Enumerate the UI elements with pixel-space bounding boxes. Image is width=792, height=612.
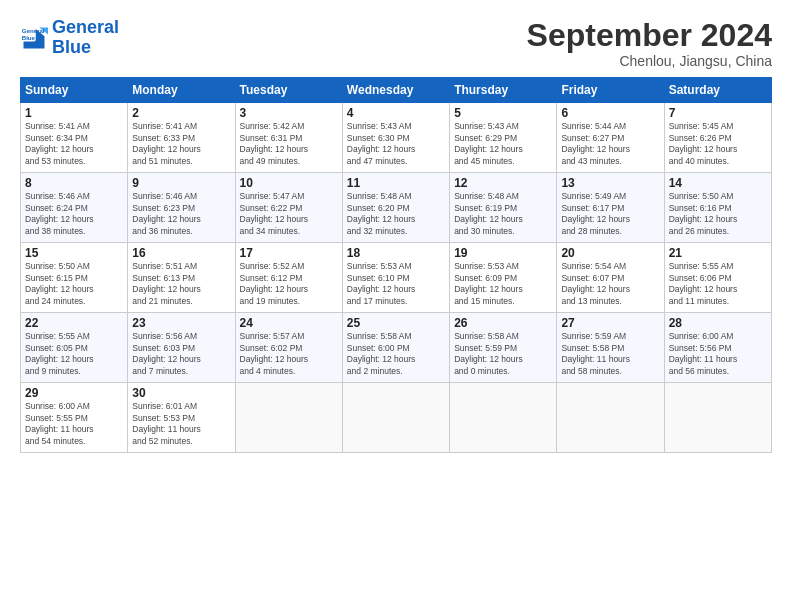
- day-number: 25: [347, 316, 445, 330]
- week-row: 8Sunrise: 5:46 AM Sunset: 6:24 PM Daylig…: [21, 173, 772, 243]
- day-number: 10: [240, 176, 338, 190]
- day-info: Sunrise: 5:43 AM Sunset: 6:29 PM Dayligh…: [454, 121, 552, 167]
- calendar-cell: 3Sunrise: 5:42 AM Sunset: 6:31 PM Daylig…: [235, 103, 342, 173]
- week-row: 29Sunrise: 6:00 AM Sunset: 5:55 PM Dayli…: [21, 383, 772, 453]
- calendar-cell: 6Sunrise: 5:44 AM Sunset: 6:27 PM Daylig…: [557, 103, 664, 173]
- day-number: 23: [132, 316, 230, 330]
- day-header-wednesday: Wednesday: [342, 78, 449, 103]
- day-number: 28: [669, 316, 767, 330]
- day-info: Sunrise: 5:46 AM Sunset: 6:23 PM Dayligh…: [132, 191, 230, 237]
- calendar-cell: 21Sunrise: 5:55 AM Sunset: 6:06 PM Dayli…: [664, 243, 771, 313]
- calendar-cell: [557, 383, 664, 453]
- day-number: 4: [347, 106, 445, 120]
- week-row: 15Sunrise: 5:50 AM Sunset: 6:15 PM Dayli…: [21, 243, 772, 313]
- day-info: Sunrise: 5:58 AM Sunset: 5:59 PM Dayligh…: [454, 331, 552, 377]
- calendar-cell: 26Sunrise: 5:58 AM Sunset: 5:59 PM Dayli…: [450, 313, 557, 383]
- day-number: 27: [561, 316, 659, 330]
- day-number: 20: [561, 246, 659, 260]
- day-info: Sunrise: 5:48 AM Sunset: 6:20 PM Dayligh…: [347, 191, 445, 237]
- logo-icon: General Blue: [20, 24, 48, 52]
- month-title: September 2024: [527, 18, 772, 53]
- day-header-friday: Friday: [557, 78, 664, 103]
- calendar-cell: 18Sunrise: 5:53 AM Sunset: 6:10 PM Dayli…: [342, 243, 449, 313]
- day-number: 16: [132, 246, 230, 260]
- logo-text-general: General: [52, 18, 119, 38]
- calendar-cell: 20Sunrise: 5:54 AM Sunset: 6:07 PM Dayli…: [557, 243, 664, 313]
- calendar-cell: 7Sunrise: 5:45 AM Sunset: 6:26 PM Daylig…: [664, 103, 771, 173]
- calendar-cell: 28Sunrise: 6:00 AM Sunset: 5:56 PM Dayli…: [664, 313, 771, 383]
- day-info: Sunrise: 5:45 AM Sunset: 6:26 PM Dayligh…: [669, 121, 767, 167]
- day-info: Sunrise: 5:46 AM Sunset: 6:24 PM Dayligh…: [25, 191, 123, 237]
- day-info: Sunrise: 5:59 AM Sunset: 5:58 PM Dayligh…: [561, 331, 659, 377]
- calendar-cell: 17Sunrise: 5:52 AM Sunset: 6:12 PM Dayli…: [235, 243, 342, 313]
- calendar-cell: 23Sunrise: 5:56 AM Sunset: 6:03 PM Dayli…: [128, 313, 235, 383]
- calendar-cell: 14Sunrise: 5:50 AM Sunset: 6:16 PM Dayli…: [664, 173, 771, 243]
- location-subtitle: Chenlou, Jiangsu, China: [527, 53, 772, 69]
- week-row: 22Sunrise: 5:55 AM Sunset: 6:05 PM Dayli…: [21, 313, 772, 383]
- day-info: Sunrise: 5:56 AM Sunset: 6:03 PM Dayligh…: [132, 331, 230, 377]
- calendar-cell: 8Sunrise: 5:46 AM Sunset: 6:24 PM Daylig…: [21, 173, 128, 243]
- title-block: September 2024 Chenlou, Jiangsu, China: [527, 18, 772, 69]
- day-info: Sunrise: 5:41 AM Sunset: 6:34 PM Dayligh…: [25, 121, 123, 167]
- day-info: Sunrise: 5:51 AM Sunset: 6:13 PM Dayligh…: [132, 261, 230, 307]
- calendar-cell: 29Sunrise: 6:00 AM Sunset: 5:55 PM Dayli…: [21, 383, 128, 453]
- calendar-cell: 12Sunrise: 5:48 AM Sunset: 6:19 PM Dayli…: [450, 173, 557, 243]
- day-number: 26: [454, 316, 552, 330]
- calendar-cell: 16Sunrise: 5:51 AM Sunset: 6:13 PM Dayli…: [128, 243, 235, 313]
- day-number: 13: [561, 176, 659, 190]
- calendar-cell: 1Sunrise: 5:41 AM Sunset: 6:34 PM Daylig…: [21, 103, 128, 173]
- day-number: 14: [669, 176, 767, 190]
- svg-text:Blue: Blue: [22, 34, 36, 41]
- day-number: 17: [240, 246, 338, 260]
- calendar-body: 1Sunrise: 5:41 AM Sunset: 6:34 PM Daylig…: [21, 103, 772, 453]
- day-number: 19: [454, 246, 552, 260]
- day-header-thursday: Thursday: [450, 78, 557, 103]
- calendar-cell: 15Sunrise: 5:50 AM Sunset: 6:15 PM Dayli…: [21, 243, 128, 313]
- day-number: 3: [240, 106, 338, 120]
- calendar-cell: [450, 383, 557, 453]
- day-number: 30: [132, 386, 230, 400]
- day-header-tuesday: Tuesday: [235, 78, 342, 103]
- logo-text-blue: Blue: [52, 38, 119, 58]
- calendar-cell: 22Sunrise: 5:55 AM Sunset: 6:05 PM Dayli…: [21, 313, 128, 383]
- day-info: Sunrise: 6:01 AM Sunset: 5:53 PM Dayligh…: [132, 401, 230, 447]
- calendar-cell: [342, 383, 449, 453]
- day-info: Sunrise: 5:50 AM Sunset: 6:15 PM Dayligh…: [25, 261, 123, 307]
- day-info: Sunrise: 5:48 AM Sunset: 6:19 PM Dayligh…: [454, 191, 552, 237]
- day-number: 12: [454, 176, 552, 190]
- day-number: 6: [561, 106, 659, 120]
- day-number: 21: [669, 246, 767, 260]
- calendar-table: SundayMondayTuesdayWednesdayThursdayFrid…: [20, 77, 772, 453]
- calendar-cell: 4Sunrise: 5:43 AM Sunset: 6:30 PM Daylig…: [342, 103, 449, 173]
- day-number: 11: [347, 176, 445, 190]
- logo: General Blue General Blue: [20, 18, 119, 58]
- day-header-sunday: Sunday: [21, 78, 128, 103]
- calendar-cell: [664, 383, 771, 453]
- day-info: Sunrise: 5:55 AM Sunset: 6:05 PM Dayligh…: [25, 331, 123, 377]
- day-info: Sunrise: 5:55 AM Sunset: 6:06 PM Dayligh…: [669, 261, 767, 307]
- calendar-cell: 25Sunrise: 5:58 AM Sunset: 6:00 PM Dayli…: [342, 313, 449, 383]
- calendar-cell: 24Sunrise: 5:57 AM Sunset: 6:02 PM Dayli…: [235, 313, 342, 383]
- day-info: Sunrise: 5:43 AM Sunset: 6:30 PM Dayligh…: [347, 121, 445, 167]
- day-info: Sunrise: 6:00 AM Sunset: 5:56 PM Dayligh…: [669, 331, 767, 377]
- day-info: Sunrise: 5:52 AM Sunset: 6:12 PM Dayligh…: [240, 261, 338, 307]
- day-header-saturday: Saturday: [664, 78, 771, 103]
- day-number: 9: [132, 176, 230, 190]
- header: General Blue General Blue September 2024…: [20, 18, 772, 69]
- day-number: 1: [25, 106, 123, 120]
- day-number: 8: [25, 176, 123, 190]
- day-info: Sunrise: 5:47 AM Sunset: 6:22 PM Dayligh…: [240, 191, 338, 237]
- day-header-monday: Monday: [128, 78, 235, 103]
- day-number: 5: [454, 106, 552, 120]
- day-number: 18: [347, 246, 445, 260]
- week-row: 1Sunrise: 5:41 AM Sunset: 6:34 PM Daylig…: [21, 103, 772, 173]
- calendar-cell: 30Sunrise: 6:01 AM Sunset: 5:53 PM Dayli…: [128, 383, 235, 453]
- day-info: Sunrise: 5:53 AM Sunset: 6:10 PM Dayligh…: [347, 261, 445, 307]
- calendar-cell: 13Sunrise: 5:49 AM Sunset: 6:17 PM Dayli…: [557, 173, 664, 243]
- svg-text:General: General: [22, 27, 45, 34]
- day-info: Sunrise: 5:49 AM Sunset: 6:17 PM Dayligh…: [561, 191, 659, 237]
- day-number: 15: [25, 246, 123, 260]
- calendar-cell: 19Sunrise: 5:53 AM Sunset: 6:09 PM Dayli…: [450, 243, 557, 313]
- calendar-cell: 27Sunrise: 5:59 AM Sunset: 5:58 PM Dayli…: [557, 313, 664, 383]
- day-info: Sunrise: 5:57 AM Sunset: 6:02 PM Dayligh…: [240, 331, 338, 377]
